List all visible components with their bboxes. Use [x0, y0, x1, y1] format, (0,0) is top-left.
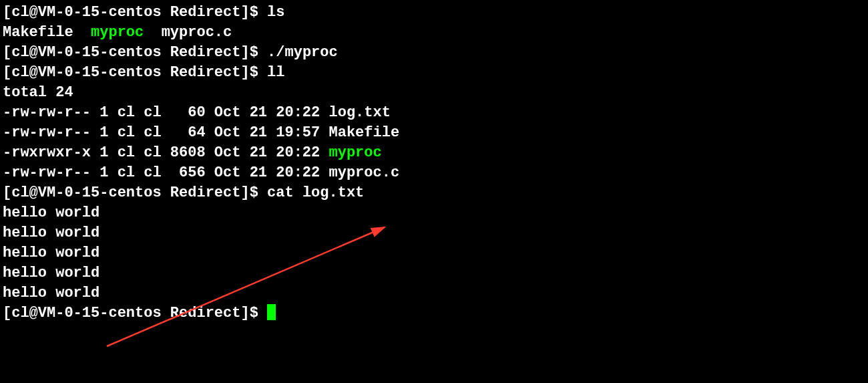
prompt: [cl@VM-0-15-centos Redirect]$	[3, 305, 267, 322]
prompt: [cl@VM-0-15-centos Redirect]$	[3, 64, 267, 81]
ls-output: Makefile myproc myproc.c	[3, 23, 865, 43]
executable-name: myproc	[329, 144, 381, 161]
executable-name: myproc	[91, 24, 144, 41]
cursor-icon	[267, 304, 276, 320]
cat-output-line: hello world	[3, 223, 865, 243]
prompt: [cl@VM-0-15-centos Redirect]$	[3, 44, 267, 61]
file-name: Makefile	[3, 24, 91, 41]
terminal-line[interactable]: [cl@VM-0-15-centos Redirect]$	[3, 303, 865, 324]
prompt: [cl@VM-0-15-centos Redirect]$	[3, 184, 267, 201]
cat-output-line: hello world	[3, 243, 865, 263]
prompt: [cl@VM-0-15-centos Redirect]$	[3, 4, 267, 21]
cat-output-line: hello world	[3, 283, 865, 303]
file-name: myproc.c	[144, 24, 232, 41]
command-text: ./myproc	[267, 44, 338, 61]
ll-row-pre: -rwxrwxr-x 1 cl cl 8608 Oct 21 20:22	[3, 144, 329, 161]
cat-output-line: hello world	[3, 203, 865, 223]
terminal-line: [cl@VM-0-15-centos Redirect]$ ll	[3, 63, 865, 83]
command-text: ls	[267, 4, 284, 21]
ll-total: total 24	[3, 83, 865, 103]
command-text: ll	[267, 64, 284, 81]
terminal-line: [cl@VM-0-15-centos Redirect]$ ls	[3, 3, 865, 23]
ll-row: -rw-rw-r-- 1 cl cl 60 Oct 21 20:22 log.t…	[3, 103, 865, 123]
ll-row: -rwxrwxr-x 1 cl cl 8608 Oct 21 20:22 myp…	[3, 143, 865, 163]
ll-row: -rw-rw-r-- 1 cl cl 64 Oct 21 19:57 Makef…	[3, 123, 865, 143]
terminal-line: [cl@VM-0-15-centos Redirect]$ cat log.tx…	[3, 183, 865, 203]
cat-output-line: hello world	[3, 263, 865, 283]
ll-row: -rw-rw-r-- 1 cl cl 656 Oct 21 20:22 mypr…	[3, 163, 865, 183]
terminal-line: [cl@VM-0-15-centos Redirect]$ ./myproc	[3, 43, 865, 63]
command-text: cat log.txt	[267, 184, 364, 201]
